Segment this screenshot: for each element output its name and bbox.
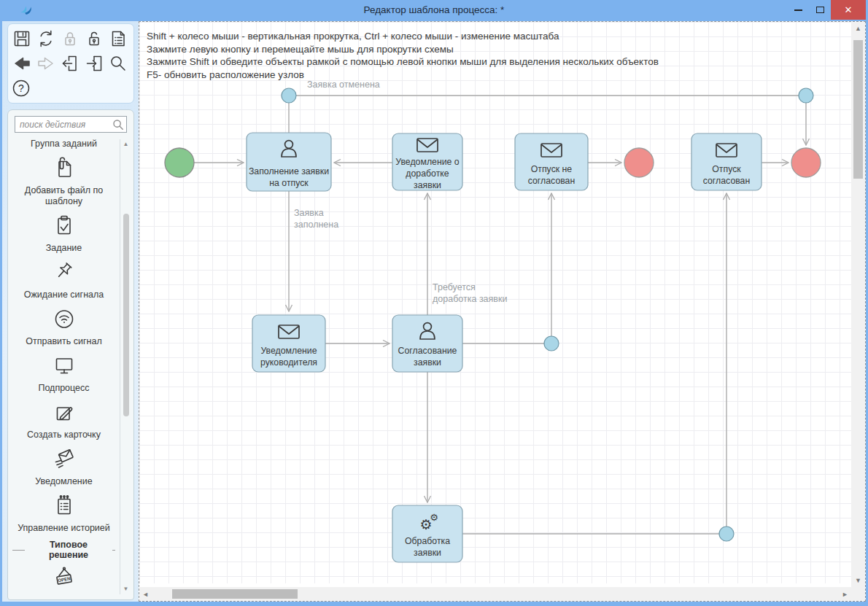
action-item-ожидание-сигнала[interactable]: Ожидание сигнала [11, 260, 117, 300]
monitor-icon [11, 353, 117, 382]
end-event-node[interactable] [624, 148, 654, 177]
action-item-добавить-файл-по-шаблону[interactable]: Добавить файл по шаблону [11, 155, 117, 207]
scroll-up-icon[interactable]: ▲ [855, 25, 861, 32]
scroll-down-icon[interactable]: ▼ [855, 577, 861, 584]
connector-node[interactable] [282, 88, 296, 103]
lock-icon [60, 28, 80, 49]
doc-arrow-right-button[interactable] [82, 51, 106, 76]
group-header-label: Типовое решение [29, 540, 108, 560]
task-node-t7[interactable]: ⚙⚙Обработказаявки [392, 505, 462, 562]
maximize-icon [816, 7, 824, 13]
search-button[interactable] [106, 51, 130, 76]
left-column: ? Группа заданийДобавить файл по шаблону… [2, 21, 139, 602]
task-node-t5[interactable]: Уведомлениеруководителя [252, 315, 325, 372]
save-button[interactable] [9, 26, 34, 51]
sidebar-scroll-thumb[interactable] [123, 214, 129, 416]
vertical-scrollbar[interactable]: ▲ ▼ [851, 22, 865, 587]
action-list: Группа заданийДобавить файл по шаблонуЗа… [11, 139, 117, 596]
task-node-t2[interactable]: Уведомление одоработкезаявки [392, 133, 462, 190]
action-item-label: Уведомление [11, 476, 117, 487]
scroll-down-icon[interactable]: ▼ [120, 586, 131, 593]
edit-icon [11, 400, 117, 429]
title-bar[interactable]: Редактор шаблона процесса: * ✕ [0, 0, 868, 21]
help-icon: ? [12, 78, 32, 98]
minimize-button[interactable] [787, 0, 809, 20]
connector-node[interactable] [544, 336, 559, 351]
edge-label: Заявка отменена [307, 79, 380, 90]
main-area: Заявка отмененаЗаявказаполненаТребуетсяд… [139, 21, 866, 602]
action-item-уведомление[interactable]: Уведомление [11, 446, 117, 487]
action-item-label: Задание [11, 243, 117, 254]
action-item-label: Смена состояния [11, 595, 117, 596]
forward-button[interactable] [34, 51, 58, 76]
action-item-label: Подпроцесс [11, 383, 117, 394]
end-event-node[interactable] [791, 148, 821, 177]
refresh-button[interactable] [34, 26, 58, 51]
checklist-icon [108, 28, 128, 49]
toolbar-panel: ? [7, 23, 134, 104]
svg-text:⚙: ⚙ [430, 512, 438, 523]
maximize-button[interactable] [809, 0, 831, 20]
canvas-help-text: Shift + колесо мыши - вертикальная прокр… [147, 30, 659, 81]
help-button[interactable]: ? [9, 76, 34, 101]
refresh-icon [36, 28, 56, 49]
process-diagram: Заявка отмененаЗаявказаполненаТребуетсяд… [139, 22, 851, 583]
scroll-left-icon[interactable]: ◄ [142, 591, 149, 598]
unlock-icon [84, 28, 104, 49]
action-item-смена-состояния[interactable]: OPENСмена состояния [11, 565, 117, 596]
forward-icon [36, 53, 56, 74]
unlock-button[interactable] [82, 26, 106, 51]
task-node-t4[interactable]: Отпусксогласован [691, 133, 762, 190]
horizontal-scrollbar[interactable]: ◄ ► [139, 587, 851, 601]
pin-icon [11, 260, 117, 289]
app-window: Редактор шаблона процесса: * ✕ ? Группа … [0, 0, 868, 606]
window-title: Редактор шаблона процесса: * [0, 4, 868, 15]
task-node-t6[interactable]: Согласованиезаявки [392, 315, 462, 372]
action-item-задание[interactable]: Задание [11, 213, 117, 254]
scroll-right-icon[interactable]: ► [842, 591, 848, 598]
doc-arrow-right-icon [84, 53, 104, 74]
horizontal-scroll-thumb[interactable] [172, 589, 298, 599]
vertical-scroll-thumb[interactable] [853, 40, 863, 179]
action-item-подпроцесс[interactable]: Подпроцесс [11, 353, 117, 394]
edge-label: Требуетсядоработка заявки [433, 282, 507, 304]
lock-button[interactable] [58, 26, 82, 51]
group-header-typical-solution: Типовое решение [12, 540, 115, 560]
scrollbar-corner [851, 587, 865, 601]
action-item-управление-историей[interactable]: Управление историей [11, 493, 117, 534]
action-item-label: Ожидание сигнала [11, 290, 117, 300]
connector-node[interactable] [719, 527, 734, 541]
checklist-button[interactable] [106, 26, 130, 51]
task-node-t1[interactable]: Заполнение заявкина отпуск [247, 133, 331, 191]
task-node-t3[interactable]: Отпуск несогласован [515, 133, 588, 190]
scroll-up-icon[interactable]: ▲ [120, 141, 131, 148]
action-item-label: Добавить файл по шаблону [11, 185, 117, 207]
start-event-node[interactable] [165, 148, 194, 177]
edge-label: Заявказаполнена [294, 208, 338, 230]
signal-icon [11, 306, 117, 335]
clipboard-check-icon [11, 213, 117, 242]
action-item-label: Отправить сигнал [11, 336, 117, 347]
action-item-label: Группа заданий [11, 139, 117, 149]
close-button[interactable]: ✕ [831, 0, 866, 20]
send-mail-icon [11, 446, 117, 475]
action-item-создать-карточку[interactable]: Создать карточку [11, 400, 117, 440]
search-input[interactable] [15, 116, 127, 133]
diagram-canvas[interactable]: Заявка отмененаЗаявказаполненаТребуетсяд… [139, 22, 851, 583]
sidebar-scrollbar[interactable]: ▲ ▼ [120, 139, 131, 594]
svg-text:?: ? [18, 82, 24, 94]
connector-node[interactable] [799, 88, 813, 103]
action-sidebar: Группа заданийДобавить файл по шаблонуЗа… [7, 109, 134, 600]
minimize-icon [794, 9, 802, 11]
open-sign-icon: OPEN [11, 565, 117, 594]
doc-arrow-left-button[interactable] [58, 51, 82, 76]
action-item-label: Управление историей [11, 523, 117, 534]
action-item-отправить-сигнал[interactable]: Отправить сигнал [11, 306, 117, 347]
action-item-группа-заданий[interactable]: Группа заданий [11, 139, 117, 149]
close-icon: ✕ [845, 4, 853, 15]
save-icon [12, 28, 32, 49]
notepad-icon [11, 493, 117, 522]
back-button[interactable] [9, 51, 34, 76]
search-icon [112, 119, 124, 131]
search-icon [108, 53, 128, 74]
